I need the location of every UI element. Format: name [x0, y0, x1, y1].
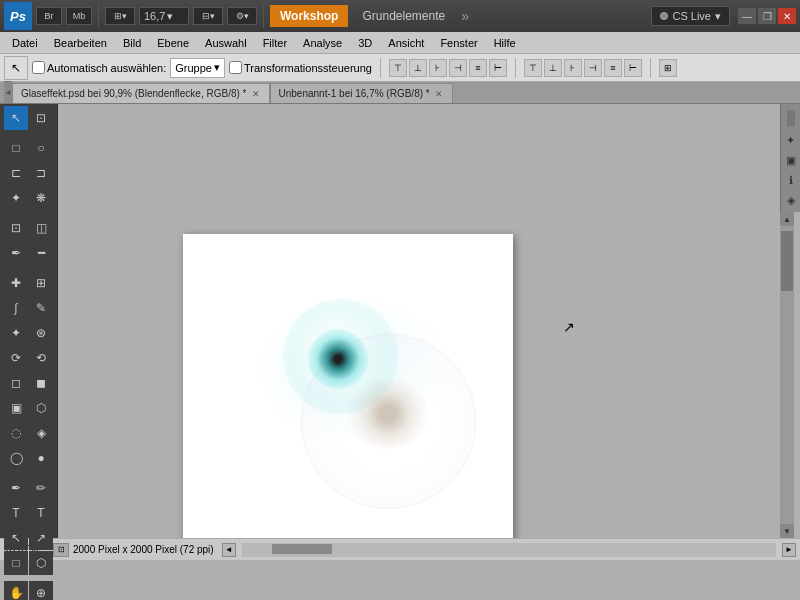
align-center-icon[interactable]: ≡ — [469, 59, 487, 77]
move-tool[interactable]: ↖ — [4, 106, 28, 130]
info-icon[interactable]: ℹ — [783, 172, 799, 188]
menu-item-analyse[interactable]: Analyse — [295, 35, 350, 51]
transform-control-checkbox[interactable]: Transformationssteuerung — [229, 61, 372, 74]
align-bottom-icon[interactable]: ⊦ — [429, 59, 447, 77]
align-left-icon[interactable]: ⊣ — [449, 59, 467, 77]
eraser-tool[interactable]: ◻ — [4, 371, 28, 395]
auto-select-dropdown[interactable]: Gruppe ▾ — [170, 58, 225, 78]
scroll-track[interactable] — [780, 226, 794, 524]
vertical-text-tool[interactable]: T — [29, 501, 53, 525]
zoom-dropdown[interactable]: 16,7▾ — [139, 7, 189, 25]
text-tool[interactable]: T — [4, 501, 28, 525]
menu-item-hilfe[interactable]: Hilfe — [486, 35, 524, 51]
rectangle-tool[interactable]: □ — [4, 551, 28, 575]
artboard-tool[interactable]: ⊡ — [29, 106, 53, 130]
distribute-bot-icon[interactable]: ⊦ — [564, 59, 582, 77]
menu-item-3d[interactable]: 3D — [350, 35, 380, 51]
scroll-thumb[interactable] — [781, 231, 793, 291]
scroll-up-button[interactable]: ▲ — [780, 212, 794, 226]
clone-stamp-tool[interactable]: ✦ — [4, 321, 28, 345]
menu-item-datei[interactable]: Datei — [4, 35, 46, 51]
distribute-left-icon[interactable]: ⊣ — [584, 59, 602, 77]
distribute-top-icon[interactable]: ⊤ — [524, 59, 542, 77]
align-top-icon[interactable]: ⊤ — [389, 59, 407, 77]
art-history-brush[interactable]: ⟲ — [29, 346, 53, 370]
more-workspaces-button[interactable]: » — [461, 8, 469, 24]
magic-wand-tool[interactable]: ✦ — [4, 186, 28, 210]
mini-bridge-button[interactable]: Mb — [66, 7, 92, 25]
dodge-tool[interactable]: ◯ — [4, 446, 28, 470]
quick-selection-tool[interactable]: ❋ — [29, 186, 53, 210]
zoom-tool[interactable]: ⊕ — [29, 581, 53, 600]
healing-brush-tool[interactable]: ✚ — [4, 271, 28, 295]
scrollbar-bottom[interactable] — [242, 543, 776, 557]
custom-shape-tool[interactable]: ⬡ — [29, 551, 53, 575]
paint-bucket-tool[interactable]: ⬡ — [29, 396, 53, 420]
bridge-button[interactable]: Br — [36, 7, 62, 25]
compass-icon[interactable]: ✦ — [783, 132, 799, 148]
polygonal-lasso-tool[interactable]: ⊐ — [29, 161, 53, 185]
tab-glaseffekt[interactable]: Glaseffekt.psd bei 90,9% (Blendenflecke,… — [12, 83, 270, 103]
menu-item-ebene[interactable]: Ebene — [149, 35, 197, 51]
tab-glaseffekt-close[interactable]: ✕ — [251, 89, 261, 99]
gradient-tool[interactable]: ▣ — [4, 396, 28, 420]
scrollbar-right[interactable]: ▲ ▼ — [780, 212, 794, 538]
3d-icon[interactable]: ◈ — [783, 192, 799, 208]
workspace-workshop-button[interactable]: Workshop — [270, 5, 348, 27]
maximize-button[interactable]: ❐ — [758, 8, 776, 24]
slice-tool[interactable]: ◫ — [29, 216, 53, 240]
distribute-ctr-icon[interactable]: ≡ — [604, 59, 622, 77]
status-icon[interactable]: ⊡ — [53, 543, 69, 557]
patch-tool[interactable]: ⊞ — [29, 271, 53, 295]
menu-item-ansicht[interactable]: Ansicht — [380, 35, 432, 51]
auto-select-input[interactable] — [32, 61, 45, 74]
scroll-right-button[interactable]: ► — [782, 543, 796, 557]
arrange-dropdown[interactable]: ⊞▾ — [105, 7, 135, 25]
ruler-tool[interactable]: ━ — [29, 241, 53, 265]
menu-item-bearbeiten[interactable]: Bearbeiten — [46, 35, 115, 51]
distribute-right-icon[interactable]: ⊢ — [624, 59, 642, 77]
marquee-ellipse-tool[interactable]: ○ — [29, 136, 53, 160]
menu-item-filter[interactable]: Filter — [255, 35, 295, 51]
align-right-icon[interactable]: ⊢ — [489, 59, 507, 77]
history-brush-tool[interactable]: ⟳ — [4, 346, 28, 370]
transform-input[interactable] — [229, 61, 242, 74]
freeform-pen-tool[interactable]: ✏ — [29, 476, 53, 500]
blur-tool[interactable]: ◌ — [4, 421, 28, 445]
canvas-area[interactable]: ↗ — [58, 104, 780, 538]
close-button[interactable]: ✕ — [778, 8, 796, 24]
pencil-tool[interactable]: ✎ — [29, 296, 53, 320]
path-selection-tool[interactable]: ↖ — [4, 526, 28, 550]
menu-item-bild[interactable]: Bild — [115, 35, 149, 51]
hand-tool[interactable]: ✋ — [4, 581, 28, 600]
scroll-down-button[interactable]: ▼ — [780, 524, 794, 538]
pattern-stamp-tool[interactable]: ⊛ — [29, 321, 53, 345]
layout-dropdown[interactable]: ⊟▾ — [193, 7, 223, 25]
sharpen-tool[interactable]: ◈ — [29, 421, 53, 445]
settings-dropdown[interactable]: ⚙▾ — [227, 7, 257, 25]
lasso-tool[interactable]: ⊏ — [4, 161, 28, 185]
tab-unbenannt-close[interactable]: ✕ — [434, 89, 444, 99]
auto-align-icon[interactable]: ⊞ — [659, 59, 677, 77]
distribute-mid-icon[interactable]: ⊥ — [544, 59, 562, 77]
cs-live-button[interactable]: CS Live ▾ — [651, 6, 730, 26]
auto-select-checkbox[interactable]: Automatisch auswählen: — [32, 61, 166, 74]
crop-tool[interactable]: ⊡ — [4, 216, 28, 240]
horizontal-scroll-thumb[interactable] — [272, 544, 332, 554]
burn-tool[interactable]: ● — [29, 446, 53, 470]
menu-item-auswahl[interactable]: Auswahl — [197, 35, 255, 51]
align-middle-icon[interactable]: ⊥ — [409, 59, 427, 77]
minimize-button[interactable]: — — [738, 8, 756, 24]
workspace-grundelemente-button[interactable]: Grundelemente — [352, 5, 455, 27]
direct-selection-tool[interactable]: ↗ — [29, 526, 53, 550]
move-tool-icon[interactable]: ↖ — [4, 56, 28, 80]
panel-expand-handle[interactable] — [787, 110, 795, 126]
tab-unbenannt[interactable]: Unbenannt-1 bei 16,7% (RGB/8) * ✕ — [270, 83, 453, 103]
menu-item-fenster[interactable]: Fenster — [432, 35, 485, 51]
eyedropper-tool[interactable]: ✒ — [4, 241, 28, 265]
layers-icon[interactable]: ▣ — [783, 152, 799, 168]
marquee-rect-tool[interactable]: □ — [4, 136, 28, 160]
background-eraser[interactable]: ◼ — [29, 371, 53, 395]
brush-tool[interactable]: ∫ — [4, 296, 28, 320]
scroll-left-button[interactable]: ◄ — [222, 543, 236, 557]
